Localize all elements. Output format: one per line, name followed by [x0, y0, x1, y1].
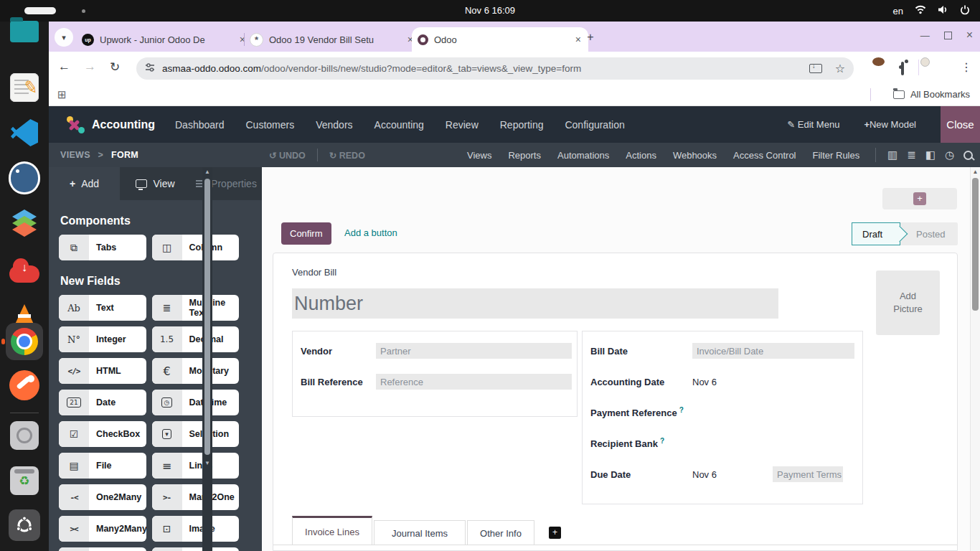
chrome-app-icon[interactable]	[6, 323, 43, 360]
help-icon[interactable]: ?	[660, 437, 664, 445]
new-field-tags[interactable]: ⚑Tags	[59, 547, 146, 551]
new-model-button[interactable]: +New Model	[864, 119, 916, 130]
scrollbar-thumb[interactable]	[972, 178, 979, 311]
keyboard-layout[interactable]: en	[893, 6, 903, 17]
studio-menu-access-control[interactable]: Access Control	[733, 150, 796, 161]
text-editor-app-icon[interactable]	[9, 72, 40, 103]
volume-icon[interactable]	[938, 5, 948, 17]
kanban-view-icon[interactable]: ◧	[925, 149, 936, 161]
sidebar-tab-properties[interactable]: Properties	[191, 167, 262, 200]
tab-invoice-lines[interactable]: Invoice Lines	[292, 516, 372, 545]
new-field-decimal[interactable]: 1.5Decimal	[152, 326, 240, 352]
all-bookmarks-button[interactable]: All Bookmarks	[893, 89, 970, 100]
confirm-button[interactable]: Confirm	[281, 222, 331, 245]
search-icon[interactable]	[963, 151, 973, 160]
menu-reporting[interactable]: Reporting	[500, 119, 544, 131]
breadcrumb-views[interactable]: VIEWS	[60, 150, 90, 160]
menu-customers[interactable]: Customers	[246, 119, 295, 131]
tab-odoo-docs[interactable]: * Odoo 19 Vendor Bill Setu ×	[244, 27, 420, 52]
studio-menu-automations[interactable]: Automations	[557, 150, 609, 161]
new-field-lines[interactable]: ≡Lines	[152, 453, 240, 479]
right-field-group[interactable]: Bill Date Invoice/Bill Date Accounting D…	[582, 331, 863, 504]
accounting-date-value[interactable]: Nov 6	[692, 377, 717, 387]
sidebar-tab-view[interactable]: View	[120, 167, 191, 200]
component-column[interactable]: ◫Column	[152, 235, 240, 260]
extensions-puzzle-icon[interactable]	[901, 63, 904, 74]
url-text[interactable]: asmaa-oddo.odoo.com/odoo/vendor-bills/ne…	[162, 63, 581, 74]
form-view-icon[interactable]: ▥	[887, 149, 897, 161]
list-view-icon[interactable]: ≣	[907, 149, 916, 161]
tab-other-info[interactable]: Other Info	[467, 520, 534, 545]
new-field-image[interactable]: ⊡Image	[152, 516, 240, 542]
bill-date-input[interactable]: Invoice/Bill Date	[692, 343, 854, 359]
new-tab-button[interactable]: +	[583, 30, 598, 44]
due-date-value[interactable]: Nov 6	[692, 469, 717, 480]
power-icon[interactable]	[960, 5, 970, 17]
help-icon[interactable]: ?	[679, 406, 684, 414]
edit-menu-button[interactable]: ✎ Edit Menu	[787, 119, 839, 130]
scroll-down-arrow[interactable]: ▼	[202, 460, 212, 466]
postgresql-app-icon[interactable]	[9, 162, 40, 194]
files-app-icon[interactable]	[9, 16, 40, 47]
new-field-file[interactable]: ▤File	[59, 453, 146, 479]
window-minimize-button[interactable]: —	[920, 30, 930, 41]
menu-configuration[interactable]: Configuration	[565, 119, 624, 131]
studio-menu-actions[interactable]: Actions	[626, 150, 656, 161]
status-posted[interactable]: Posted	[900, 222, 958, 245]
window-close-button[interactable]: ×	[966, 29, 973, 42]
apps-grid-icon[interactable]: ⊞	[57, 88, 67, 101]
payment-terms-input[interactable]: Payment Terms	[773, 466, 843, 482]
studio-menu-webhooks[interactable]: Webhooks	[673, 150, 717, 161]
undo-button[interactable]: ↺ UNDO	[269, 150, 306, 161]
new-field-monetary[interactable]: €Monetary	[152, 358, 240, 384]
postman-app-icon[interactable]	[9, 369, 40, 401]
new-field-integer[interactable]: N°Integer	[59, 326, 146, 352]
app-name[interactable]: Accounting	[92, 118, 155, 131]
new-field-datetime[interactable]: ◷Datetime	[152, 390, 240, 415]
back-button[interactable]: ←	[58, 60, 70, 74]
new-field-checkbox[interactable]: ☑CheckBox	[59, 421, 146, 447]
install-app-icon[interactable]	[809, 64, 822, 73]
bill-reference-input[interactable]: Reference	[376, 374, 572, 390]
breadcrumb-form[interactable]: FORM	[111, 150, 138, 160]
sidebar-scrollbar[interactable]: ▲ ▼	[202, 167, 212, 551]
add-status-container[interactable]: +	[882, 188, 957, 209]
window-restore-button[interactable]	[944, 32, 952, 39]
tab-close-button[interactable]: ×	[574, 34, 583, 45]
scrollbar-thumb[interactable]	[204, 179, 210, 455]
menu-vendors[interactable]: Vendors	[316, 119, 352, 131]
vscode-app-icon[interactable]	[9, 117, 40, 149]
scroll-up-arrow[interactable]: ▲	[971, 169, 980, 175]
add-status-plus-icon[interactable]: +	[913, 192, 926, 205]
tab-odoo-active[interactable]: Odoo ×	[412, 27, 588, 52]
layers-app-icon[interactable]	[9, 208, 40, 240]
address-bar[interactable]: asmaa-oddo.odoo.com/odoo/vendor-bills/ne…	[136, 57, 854, 80]
tab-journal-items[interactable]: Journal Items	[374, 520, 466, 545]
bookmark-star-icon[interactable]: ☆	[835, 62, 845, 75]
wifi-icon[interactable]	[915, 5, 926, 17]
new-field-text[interactable]: AbText	[59, 295, 146, 321]
system-clock[interactable]: Nov 6 16:09	[0, 5, 980, 16]
cloud-download-app-icon[interactable]	[9, 255, 40, 286]
component-tabs[interactable]: ⧉Tabs	[59, 235, 146, 260]
new-field-one2many[interactable]: -<One2Many	[59, 484, 146, 510]
left-field-group[interactable]: Vendor Partner Bill Reference Reference	[292, 331, 578, 417]
new-field-html[interactable]: </>HTML	[59, 358, 146, 384]
canvas-scrollbar[interactable]: ▲	[970, 167, 980, 551]
new-field-selection[interactable]: ▾Selection	[152, 421, 240, 447]
activity-view-icon[interactable]: ◷	[945, 149, 954, 161]
add-a-button-link[interactable]: Add a button	[344, 227, 397, 238]
new-field-priority[interactable]: ⚐Priority	[152, 547, 240, 551]
menu-accounting[interactable]: Accounting	[374, 119, 424, 131]
studio-menu-reports[interactable]: Reports	[508, 150, 541, 161]
reload-button[interactable]: ↻	[110, 60, 120, 75]
studio-close-button[interactable]: Close	[941, 106, 980, 143]
tab-search-chevron-button[interactable]: ▾	[55, 28, 73, 47]
sidebar-tab-add[interactable]: +Add	[49, 167, 120, 200]
vendor-input[interactable]: Partner	[376, 343, 572, 359]
redo-button[interactable]: ↻ REDO	[329, 150, 365, 161]
new-field-date[interactable]: 21Date	[59, 390, 146, 415]
add-tab-button[interactable]: +	[549, 527, 561, 539]
odoo-studio-logo[interactable]	[66, 116, 85, 133]
studio-menu-views[interactable]: Views	[467, 150, 491, 161]
